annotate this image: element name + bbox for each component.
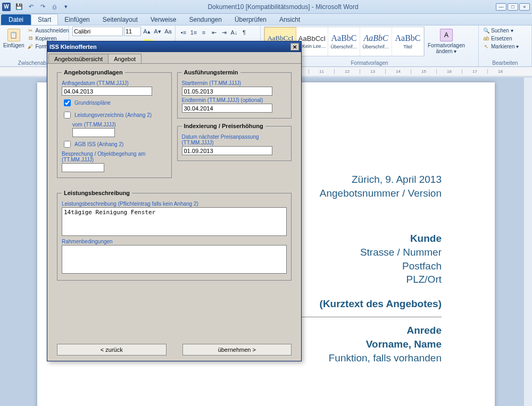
tab-ueberpruefen[interactable]: Überprüfen <box>228 14 273 25</box>
grundrissplaene-label: Grundrisspläne <box>74 100 111 106</box>
vertical-scrollbar[interactable] <box>523 78 532 406</box>
preisanpassung-input[interactable] <box>182 146 272 155</box>
select-icon: ↖ <box>483 43 489 49</box>
dialog-iss-kleinofferten: ISS Kleinofferten ✕ Angebotsübersicht An… <box>47 41 302 361</box>
fieldset-leistungsbeschreibung: Leistungsbeschreibung Leistungsbeschreib… <box>57 190 292 281</box>
starttermin-input[interactable] <box>182 87 272 96</box>
agb-label: AGB ISS (Anhang 2) <box>74 141 123 147</box>
fieldset-angebotsgrundlagen: Angebotsgrundlagen Anfragedatum (TT.MM.J… <box>57 69 172 178</box>
tab-seitenlayout[interactable]: Seitenlayout <box>96 14 144 25</box>
replace-button[interactable]: abErsetzen <box>482 35 520 42</box>
style-heading1[interactable]: AaBbC Überschrif… <box>328 27 360 56</box>
dialog-buttons: < zurück übernehmen > <box>57 344 292 356</box>
anfragedatum-label: Anfragedatum (TT.MM.JJJJ) <box>62 80 167 86</box>
style-name-label: Titel <box>403 44 412 49</box>
anfragedatum-input[interactable] <box>62 87 152 96</box>
tab-sendungen[interactable]: Sendungen <box>182 14 228 25</box>
tab-verweise[interactable]: Verweise <box>144 14 183 25</box>
apply-button[interactable]: übernehmen > <box>182 344 292 356</box>
minimize-button[interactable]: — <box>496 3 506 11</box>
brush-icon: 🖌 <box>27 43 34 49</box>
print-icon[interactable]: ⎙ <box>50 3 59 11</box>
ruler-mark: 18 <box>487 69 513 74</box>
fieldset-indexierung: Indexierung / Preiserhöhung Datum nächst… <box>177 123 292 161</box>
dialog-titlebar[interactable]: ISS Kleinofferten ✕ <box>47 41 301 52</box>
close-window-button[interactable]: × <box>519 3 530 11</box>
leistungsbeschreibung-input[interactable] <box>62 207 287 236</box>
style-preview: AaBbC <box>331 33 357 43</box>
copy-label: Kopieren <box>35 36 56 41</box>
tab-angebotsuebersicht[interactable]: Angebotsübersicht <box>48 54 109 64</box>
find-label: Suchen ▾ <box>491 28 513 33</box>
shrink-font-icon[interactable]: A▾ <box>153 27 162 36</box>
dialog-close-button[interactable]: ✕ <box>290 43 299 50</box>
style-name-label: ¶ Kein Lee… <box>298 44 326 49</box>
ruler-mark: 16 <box>436 69 462 74</box>
change-styles-icon: A <box>440 29 453 41</box>
change-case-icon[interactable]: Aa <box>163 27 173 36</box>
ruler-mark: 13 <box>360 69 385 74</box>
find-button[interactable]: 🔍Suchen ▾ <box>482 27 520 34</box>
style-heading2[interactable]: AaBbC Überschrif… <box>360 27 392 56</box>
fieldset-ausfuehrungstermin: Ausführungstermin Starttermin (TT.MM.JJJ… <box>177 69 292 119</box>
qat-dropdown-icon[interactable]: ▾ <box>62 3 70 11</box>
besprechung-input[interactable] <box>62 163 104 172</box>
lv-checkbox[interactable] <box>64 112 71 119</box>
replace-icon: ab <box>483 35 489 41</box>
dialog-tabs: Angebotsübersicht Angebot <box>47 52 301 63</box>
style-preview: AaBbC <box>395 33 421 43</box>
style-title[interactable]: AaBbC Titel <box>392 27 424 56</box>
vom-input[interactable] <box>72 128 115 137</box>
indent-dec-icon[interactable]: ⇤ <box>209 28 219 37</box>
file-tab[interactable]: Datei <box>1 14 31 25</box>
cut-label: Ausschneiden <box>35 28 69 33</box>
dialog-body: Angebotsgrundlagen Anfragedatum (TT.MM.J… <box>47 63 301 361</box>
style-preview: AaBbC <box>363 33 388 43</box>
quick-access-toolbar: 💾 ↶ ↷ ⎙ ▾ <box>15 3 70 11</box>
cut-icon: ✂ <box>27 27 34 33</box>
agb-checkbox[interactable] <box>64 141 71 148</box>
grow-font-icon[interactable]: A▴ <box>142 27 152 36</box>
rahmenbedingungen-input[interactable] <box>62 245 287 274</box>
show-marks-icon[interactable]: ¶ <box>239 28 249 37</box>
grundrissplaene-checkbox[interactable] <box>64 99 71 106</box>
tab-start[interactable]: Start <box>31 14 58 25</box>
numbering-icon[interactable]: 1≡ <box>189 28 198 37</box>
find-icon: 🔍 <box>483 27 489 33</box>
endtermin-input[interactable] <box>182 104 272 113</box>
title-bar: W 💾 ↶ ↷ ⎙ ▾ Dokument10 [Kompatibilitätsm… <box>0 0 532 14</box>
font-size-combo[interactable] <box>124 27 141 36</box>
ruler-mark: 15 <box>411 69 436 74</box>
legend-grundlagen: Angebotsgrundlagen <box>62 69 125 75</box>
ruler-mark: 17 <box>462 69 487 74</box>
grundrissplaene-checkbox-row: Grundrisspläne <box>62 98 167 108</box>
indent-inc-icon[interactable]: ⇥ <box>219 28 229 37</box>
paste-button[interactable]: 📋 Einfügen <box>3 27 24 48</box>
change-styles-label: Formatvorlagen ändern ▾ <box>427 43 466 54</box>
maximize-button[interactable]: □ <box>508 3 518 11</box>
font-name-combo[interactable] <box>72 27 123 36</box>
save-icon[interactable]: 💾 <box>15 3 23 11</box>
sort-icon[interactable]: A↓ <box>229 28 239 37</box>
undo-icon[interactable]: ↶ <box>27 3 35 11</box>
vom-label: vom (TT.MM.JJJJ) <box>72 122 167 128</box>
lv-label: Leistungsverzeichnis (Anhang 2) <box>74 112 152 118</box>
ruler-mark: 11 <box>309 69 334 74</box>
redo-icon[interactable]: ↷ <box>38 3 47 11</box>
tab-einfuegen[interactable]: Einfügen <box>58 14 96 25</box>
tab-ansicht[interactable]: Ansicht <box>273 14 306 25</box>
besprechung-label: Besprechung / Objektbegehung am (TT.MM.J… <box>62 151 167 163</box>
change-styles-button[interactable]: A Formatvorlagen ändern ▾ <box>427 27 466 54</box>
rahmenbedingungen-label: Rahmenbedingungen <box>62 239 287 244</box>
tab-angebot[interactable]: Angebot <box>108 54 142 64</box>
bullets-icon[interactable]: •≡ <box>179 28 188 37</box>
endtermin-label: Endtermin (TT.MM.JJJJ) (optional) <box>182 97 287 103</box>
cut-button[interactable]: ✂Ausschneiden <box>26 27 70 34</box>
multilevel-icon[interactable]: ≡ <box>199 28 209 37</box>
lv-checkbox-row: Leistungsverzeichnis (Anhang 2) <box>62 110 167 120</box>
legend-leistung: Leistungsbeschreibung <box>62 190 132 196</box>
preisanpassung-label: Datum nächster Preisanpassung (TT.MM.JJJ… <box>182 134 287 146</box>
ruler-mark: 14 <box>385 69 411 74</box>
select-button[interactable]: ↖Markieren ▾ <box>482 43 520 50</box>
back-button[interactable]: < zurück <box>57 344 167 356</box>
